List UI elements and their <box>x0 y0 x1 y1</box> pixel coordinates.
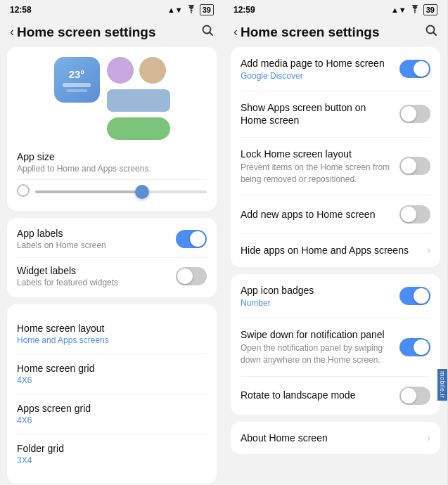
preview-icons: 23° <box>54 57 170 140</box>
size-slider[interactable] <box>35 190 207 193</box>
app-icon-badges-row: App icon badges Number <box>241 274 430 318</box>
app-labels-toggle[interactable] <box>176 230 207 248</box>
slider-start-icon <box>17 184 30 197</box>
chevron-right-about-icon: › <box>427 432 430 444</box>
add-new-apps-row: Add new apps to Home screen <box>241 195 430 234</box>
add-new-apps-toggle[interactable] <box>399 205 430 224</box>
search-button-right[interactable] <box>425 24 437 40</box>
wifi-icon-right <box>409 5 421 15</box>
time-right: 12:59 <box>233 5 255 15</box>
app-size-label: App size <box>17 151 151 162</box>
nav-apps-screen-grid[interactable]: Apps screen grid 4X6 <box>17 394 207 434</box>
app-labels-label: App labels <box>17 228 106 239</box>
main-settings-card: Add media page to Home screen Google Dis… <box>231 47 440 267</box>
swipe-notification-row: Swipe down for notification panel Open t… <box>241 318 430 377</box>
nav-card: Home screen layout Home and Apps screens… <box>7 304 217 484</box>
svg-line-5 <box>434 33 437 36</box>
search-button-left[interactable] <box>201 24 214 40</box>
battery-icon-left: 39 <box>200 4 214 15</box>
status-icons-left: ▲▼ 39 <box>167 4 214 15</box>
app-size-settings: App size Applied to Home and Apps screen… <box>17 147 207 204</box>
app-labels-sublabel: Labels on Home screen <box>17 240 106 250</box>
time-left: 12:58 <box>10 5 32 15</box>
app-size-card: 23° App size Applied t <box>7 47 217 211</box>
hide-apps-row[interactable]: Hide apps on Home and Apps screens › <box>241 234 430 266</box>
nav-home-screen-grid[interactable]: Home screen grid 4X6 <box>17 354 207 394</box>
header-right: ‹ Home screen settings <box>224 18 447 47</box>
nav-home-screen-layout[interactable]: Home screen layout Home and Apps screens <box>17 314 207 354</box>
back-button-right[interactable]: ‹ <box>233 25 238 39</box>
widget-labels-sublabel: Labels for featured widgets <box>17 278 118 287</box>
signal-icon-right: ▲▼ <box>391 6 407 14</box>
app-badges-toggle[interactable] <box>399 287 430 305</box>
status-bar-left: 12:58 ▲▼ 39 <box>0 0 224 18</box>
right-screen: 12:59 ▲▼ 39 ‹ Home screen settings Add m… <box>224 0 447 485</box>
left-scroll-content: 23° App size Applied t <box>0 47 224 485</box>
icon-tan <box>139 57 166 84</box>
badges-card: App icon badges Number Swipe down for no… <box>231 274 440 415</box>
nav-folder-grid[interactable]: Folder grid 3X4 <box>17 434 207 474</box>
about-card: About Home screen › <box>231 422 440 454</box>
wifi-icon-left <box>186 5 197 15</box>
widget-labels-row: Widget labels Labels for featured widget… <box>17 258 207 287</box>
preview-right <box>107 57 170 140</box>
lock-layout-row: Lock Home screen layout Prevent items on… <box>241 138 430 196</box>
icon-purple <box>107 57 134 84</box>
rotate-landscape-toggle[interactable] <box>399 387 430 405</box>
left-screen: 12:58 ▲▼ 39 ‹ Home screen settings 23° <box>0 0 224 485</box>
signal-icon-left: ▲▼ <box>167 6 183 14</box>
rotate-landscape-row: Rotate to landscape mode <box>241 377 430 415</box>
right-scroll-content: Add media page to Home screen Google Dis… <box>224 47 447 485</box>
status-bar-right: 12:59 ▲▼ 39 <box>224 0 447 18</box>
app-labels-row: App labels Labels on Home screen <box>17 228 207 258</box>
show-apps-toggle[interactable] <box>399 105 430 123</box>
page-title-right: Home screen settings <box>241 25 379 40</box>
header-left: ‹ Home screen settings <box>0 18 224 47</box>
watermark: mobile.ir <box>437 369 447 401</box>
labels-card: App labels Labels on Home screen Widget … <box>7 218 217 297</box>
icon-rect-green <box>107 117 170 140</box>
page-title-left: Home screen settings <box>17 25 155 40</box>
widget-preview: 23° <box>54 57 100 103</box>
add-media-page-row: Add media page to Home screen Google Dis… <box>241 47 430 91</box>
chevron-right-icon: › <box>427 244 430 257</box>
svg-point-3 <box>414 12 416 13</box>
widget-labels-label: Widget labels <box>17 265 118 276</box>
svg-point-1 <box>203 26 211 34</box>
icon-rect-blue <box>107 89 170 112</box>
show-apps-button-row: Show Apps screen button on Home screen <box>241 91 430 137</box>
svg-line-2 <box>210 33 213 36</box>
back-button-left[interactable]: ‹ <box>10 25 14 39</box>
slider-row <box>17 180 207 204</box>
status-icons-right: ▲▼ 39 <box>391 4 437 15</box>
svg-point-0 <box>191 12 192 13</box>
app-size-sublabel: Applied to Home and Apps screens. <box>17 164 151 174</box>
about-home-screen-row[interactable]: About Home screen › <box>241 422 430 454</box>
swipe-notification-toggle[interactable] <box>399 338 430 356</box>
lock-layout-toggle[interactable] <box>399 157 430 175</box>
svg-point-4 <box>427 26 435 34</box>
add-media-toggle[interactable] <box>399 60 430 78</box>
battery-icon-right: 39 <box>423 4 437 15</box>
widget-labels-toggle[interactable] <box>176 267 207 285</box>
